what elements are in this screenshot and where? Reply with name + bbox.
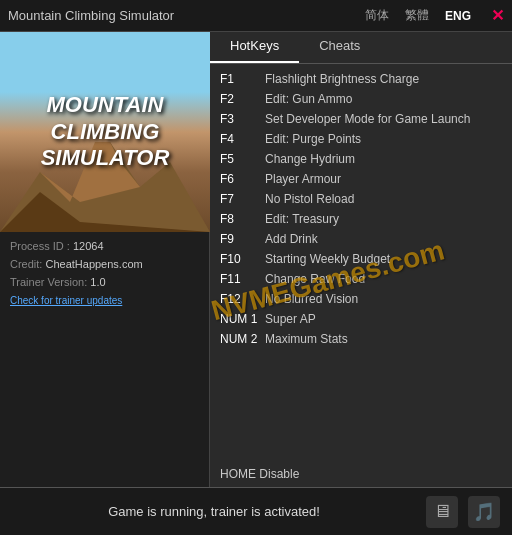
monitor-icon[interactable]: 🖥 (426, 496, 458, 528)
hotkey-label: Maximum Stats (265, 330, 348, 348)
hotkey-key: F10 (220, 250, 265, 268)
hotkey-label: No Blurred Vision (265, 290, 358, 308)
process-value: 12064 (73, 240, 104, 252)
hotkey-row: F2Edit: Gun Ammo (220, 90, 502, 108)
music-icon[interactable]: 🎵 (468, 496, 500, 528)
trainer-version-value: 1.0 (90, 276, 105, 288)
lang-english-btn[interactable]: ENG (441, 7, 475, 25)
tabs-bar: HotKeys Cheats (210, 32, 512, 64)
lang-simplified-btn[interactable]: 简体 (361, 5, 393, 26)
left-panel: MOUNTAIN CLIMBINGSIMULATOR Process ID : … (0, 32, 210, 487)
hotkey-row: F12No Blurred Vision (220, 290, 502, 308)
game-image: MOUNTAIN CLIMBINGSIMULATOR (0, 32, 210, 232)
hotkey-row: F6Player Armour (220, 170, 502, 188)
main-layout: MOUNTAIN CLIMBINGSIMULATOR Process ID : … (0, 32, 512, 487)
process-label: Process ID : (10, 240, 70, 252)
hotkey-key: F11 (220, 270, 265, 288)
process-id-row: Process ID : 12064 (10, 240, 199, 252)
hotkey-label: Change Raw Food (265, 270, 365, 288)
credit-row: Credit: CheatHappens.com (10, 258, 199, 270)
hotkey-row: F11Change Raw Food (220, 270, 502, 288)
title-bar: Mountain Climbing Simulator 简体 繁體 ENG ✕ (0, 0, 512, 32)
hotkey-label: Flashlight Brightness Charge (265, 70, 419, 88)
hotkey-label: Edit: Purge Points (265, 130, 361, 148)
hotkey-label: Edit: Gun Ammo (265, 90, 352, 108)
hotkey-row: NUM 2Maximum Stats (220, 330, 502, 348)
hotkey-row: F3Set Developer Mode for Game Launch (220, 110, 502, 128)
bottom-bar: Game is running, trainer is activated! 🖥… (0, 487, 512, 535)
lang-buttons: 简体 繁體 ENG ✕ (361, 5, 504, 26)
hotkey-label: No Pistol Reload (265, 190, 354, 208)
hotkey-label: Super AP (265, 310, 316, 328)
hotkey-key: F2 (220, 90, 265, 108)
home-section-text: HOME Disable (220, 467, 299, 481)
hotkey-label: Edit: Treasury (265, 210, 339, 228)
hotkey-label: Change Hydrium (265, 150, 355, 168)
hotkey-key: F1 (220, 70, 265, 88)
check-update-row[interactable]: Check for trainer updates (10, 294, 199, 306)
hotkey-key: NUM 2 (220, 330, 265, 348)
hotkey-key: F8 (220, 210, 265, 228)
hotkey-row: F9Add Drink (220, 230, 502, 248)
hotkey-key: F9 (220, 230, 265, 248)
tab-hotkeys[interactable]: HotKeys (210, 32, 299, 63)
hotkey-row: F5Change Hydrium (220, 150, 502, 168)
hotkey-key: NUM 1 (220, 310, 265, 328)
hotkey-row: F1Flashlight Brightness Charge (220, 70, 502, 88)
title-bar-text: Mountain Climbing Simulator (8, 8, 361, 23)
hotkey-row: F4Edit: Purge Points (220, 130, 502, 148)
hotkey-list: F1Flashlight Brightness ChargeF2Edit: Gu… (210, 64, 512, 463)
hotkey-key: F7 (220, 190, 265, 208)
close-button[interactable]: ✕ (491, 6, 504, 25)
credit-label: Credit: (10, 258, 42, 270)
credit-value: CheatHappens.com (45, 258, 142, 270)
hotkey-row: F10Starting Weekly Budget (220, 250, 502, 268)
lang-traditional-btn[interactable]: 繁體 (401, 5, 433, 26)
trainer-version-row: Trainer Version: 1.0 (10, 276, 199, 288)
game-title-overlay: MOUNTAIN CLIMBINGSIMULATOR (0, 92, 210, 171)
tab-cheats[interactable]: Cheats (299, 32, 380, 63)
hotkey-label: Starting Weekly Budget (265, 250, 390, 268)
right-panel: HotKeys Cheats F1Flashlight Brightness C… (210, 32, 512, 487)
hotkey-key: F3 (220, 110, 265, 128)
hotkey-label: Player Armour (265, 170, 341, 188)
home-section: HOME Disable (210, 463, 512, 487)
hotkey-row: NUM 1Super AP (220, 310, 502, 328)
hotkey-key: F5 (220, 150, 265, 168)
hotkey-label: Add Drink (265, 230, 318, 248)
hotkey-key: F12 (220, 290, 265, 308)
hotkey-key: F4 (220, 130, 265, 148)
check-update-link[interactable]: Check for trainer updates (10, 295, 122, 306)
hotkey-label: Set Developer Mode for Game Launch (265, 110, 470, 128)
trainer-version-label: Trainer Version: (10, 276, 87, 288)
hotkey-key: F6 (220, 170, 265, 188)
hotkey-row: F7No Pistol Reload (220, 190, 502, 208)
status-text: Game is running, trainer is activated! (12, 504, 416, 519)
hotkey-row: F8Edit: Treasury (220, 210, 502, 228)
left-info: Process ID : 12064 Credit: CheatHappens.… (0, 232, 209, 487)
